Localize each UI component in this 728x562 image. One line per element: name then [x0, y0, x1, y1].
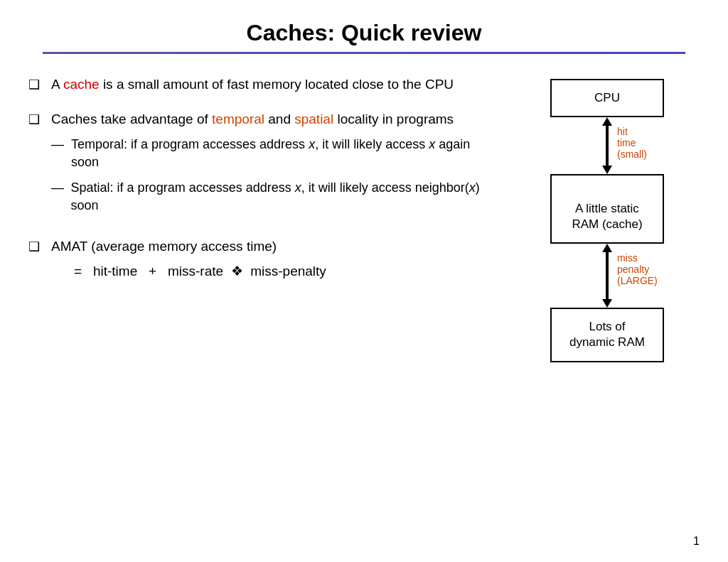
amat-equation: = hit-time + miss-rate ❖ miss-penalty: [74, 262, 326, 281]
bullet-2: ❑ Caches take advantage of temporal and …: [28, 110, 500, 222]
memory-diagram: CPU hit time (small) A litt: [515, 75, 700, 362]
sub-dash-1: —: [51, 136, 64, 153]
miss-penalty-arrow: [602, 244, 612, 308]
hit-time-sub-text: (small): [617, 148, 647, 160]
hit-time-arrow: [602, 117, 612, 174]
page-number: 1: [693, 535, 700, 548]
bullet-text-2: Caches take advantage of temporal and sp…: [51, 110, 500, 222]
spatial-word: spatial: [294, 112, 333, 126]
ram-box: Lots ofdynamic RAM: [550, 308, 664, 362]
bullet-symbol-2: ❑: [28, 112, 43, 127]
sub-bullet-temporal-text: Temporal: if a program accesses address …: [71, 136, 500, 171]
miss-penalty-arrow-section: miss penalty (LARGE): [602, 244, 612, 308]
cache-label: A little staticRAM (cache): [572, 202, 642, 231]
bullet-symbol-3: ❑: [28, 239, 43, 254]
temporal-word: temporal: [212, 112, 264, 126]
sub-dash-2: —: [51, 179, 64, 197]
cpu-box: CPU: [550, 79, 664, 117]
left-panel: ❑ A cache is a small amount of fast memo…: [28, 75, 500, 362]
ram-label: Lots ofdynamic RAM: [569, 320, 645, 349]
miss-penalty-text: miss penalty: [617, 252, 649, 275]
bullet-text-3: AMAT (average memory access time) = hit-…: [51, 237, 326, 281]
sub-bullets: — Temporal: if a program accesses addres…: [51, 136, 500, 215]
bullet-1: ❑ A cache is a small amount of fast memo…: [28, 75, 500, 94]
slide-title: Caches: Quick review: [28, 20, 700, 46]
cache-box: A little staticRAM (cache): [550, 174, 664, 244]
miss-penalty-sub-text: (LARGE): [617, 275, 658, 286]
cache-word: cache: [63, 77, 100, 92]
slide-content: ❑ A cache is a small amount of fast memo…: [0, 54, 728, 377]
cpu-label: CPU: [594, 91, 620, 104]
miss-penalty-label: miss penalty (LARGE): [617, 252, 658, 286]
arrow-shaft-1: [606, 126, 609, 166]
bullet-symbol-1: ❑: [28, 77, 43, 92]
times-symbol: ❖: [231, 264, 243, 279]
sub-bullet-spatial: — Spatial: if a program accesses address…: [51, 179, 500, 215]
hit-time-text: hit time: [617, 126, 636, 148]
arrowhead-up-1: [602, 117, 612, 126]
hit-time-arrow-section: hit time (small): [602, 117, 612, 174]
arrow-shaft-2: [606, 252, 609, 299]
hit-time-label: hit time (small): [617, 126, 647, 160]
slide-header: Caches: Quick review: [0, 0, 728, 54]
sub-bullet-temporal: — Temporal: if a program accesses addres…: [51, 136, 500, 171]
bullet-3: ❑ AMAT (average memory access time) = hi…: [28, 237, 500, 281]
slide: Caches: Quick review ❑ A cache is a smal…: [0, 0, 728, 562]
arrowhead-up-2: [602, 244, 612, 252]
arrowhead-down-2: [602, 299, 612, 308]
sub-bullet-spatial-text: Spatial: if a program accesses address x…: [71, 179, 500, 215]
right-panel: CPU hit time (small) A litt: [515, 75, 700, 362]
bullet-text-1: A cache is a small amount of fast memory…: [51, 75, 454, 94]
arrowhead-down-1: [602, 166, 612, 174]
